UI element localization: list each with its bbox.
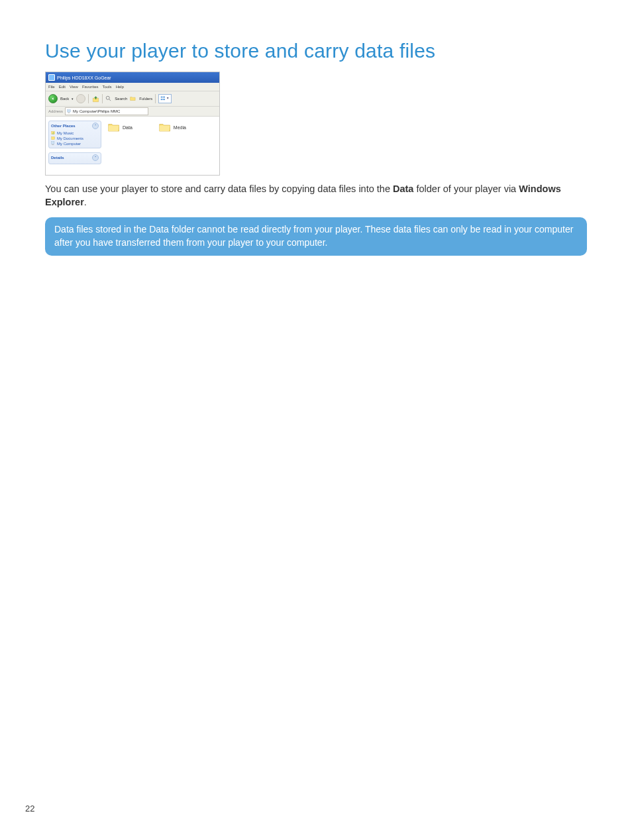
folders-label: Folders xyxy=(139,97,152,101)
toolbar-separator xyxy=(88,94,89,103)
note-box: Data files stored in the Data folder can… xyxy=(45,217,587,256)
collapse-icon[interactable]: ˄ xyxy=(92,123,99,129)
link-my-documents[interactable]: My Documents xyxy=(51,136,99,140)
menu-view[interactable]: View xyxy=(70,85,78,89)
address-bar: Address My Computer\Philips MMC xyxy=(46,107,219,117)
svg-rect-10 xyxy=(52,142,54,144)
toolbar: Back ▾ Search Folders xyxy=(46,91,219,107)
svg-rect-4 xyxy=(164,97,166,98)
page-heading: Use your player to store and carry data … xyxy=(45,40,587,62)
svg-rect-8 xyxy=(52,131,55,134)
forward-button[interactable] xyxy=(76,94,85,103)
computer-icon xyxy=(67,109,72,114)
page-number: 22 xyxy=(25,804,34,814)
note-text: Data files stored in the Data folder can… xyxy=(54,224,573,248)
menu-help[interactable]: Help xyxy=(116,85,124,89)
back-dropdown[interactable]: ▾ xyxy=(72,97,74,101)
explorer-screenshot: Philips HDD18XX GoGear File Edit View Fa… xyxy=(45,72,220,176)
folder-icon xyxy=(108,122,120,132)
menu-file[interactable]: File xyxy=(48,85,55,89)
window-titlebar: Philips HDD18XX GoGear xyxy=(46,72,219,83)
up-button[interactable] xyxy=(91,95,99,103)
back-button[interactable] xyxy=(48,94,58,103)
details-panel: Details ˅ xyxy=(48,152,101,164)
explorer-content: Data Media xyxy=(104,117,219,175)
link-my-computer[interactable]: My Computer xyxy=(51,141,99,146)
folder-media[interactable]: Media xyxy=(159,122,186,132)
svg-rect-6 xyxy=(68,109,71,112)
menu-bar: File Edit View Favorites Tools Help xyxy=(46,83,219,91)
other-places-title: Other Places xyxy=(51,124,76,128)
link-my-music[interactable]: My Music xyxy=(51,131,99,135)
other-places-panel: Other Places ˄ My Music My Documents My … xyxy=(48,121,101,148)
svg-rect-5 xyxy=(164,99,166,100)
svg-rect-7 xyxy=(68,112,70,113)
address-value: My Computer\Philips MMC xyxy=(73,109,120,113)
search-label: Search xyxy=(115,97,127,101)
svg-rect-11 xyxy=(52,144,54,145)
search-icon[interactable] xyxy=(105,95,112,102)
svg-rect-2 xyxy=(161,97,163,98)
explorer-sidebar: Other Places ˄ My Music My Documents My … xyxy=(46,117,104,175)
menu-edit[interactable]: Edit xyxy=(59,85,66,89)
toolbar-separator-2 xyxy=(102,94,103,103)
app-icon xyxy=(48,74,55,81)
folders-icon[interactable] xyxy=(130,95,136,102)
folder-data[interactable]: Data xyxy=(108,122,132,132)
svg-point-0 xyxy=(107,96,110,99)
views-button[interactable] xyxy=(158,94,172,103)
folder-media-label: Media xyxy=(174,125,186,130)
window-title: Philips HDD18XX GoGear xyxy=(57,76,111,80)
folder-icon xyxy=(159,122,171,132)
menu-favorites[interactable]: Favorites xyxy=(82,85,99,89)
address-label: Address xyxy=(48,109,63,113)
body-paragraph: You can use your player to store and car… xyxy=(45,182,587,209)
svg-rect-9 xyxy=(52,136,55,139)
folder-data-label: Data xyxy=(123,125,132,130)
details-title: Details xyxy=(51,156,64,160)
svg-rect-3 xyxy=(161,99,163,100)
expand-icon[interactable]: ˅ xyxy=(92,154,99,161)
address-input[interactable]: My Computer\Philips MMC xyxy=(65,107,148,115)
svg-line-1 xyxy=(109,99,111,101)
toolbar-separator-3 xyxy=(155,94,156,103)
back-label: Back xyxy=(60,97,69,101)
menu-tools[interactable]: Tools xyxy=(103,85,112,89)
